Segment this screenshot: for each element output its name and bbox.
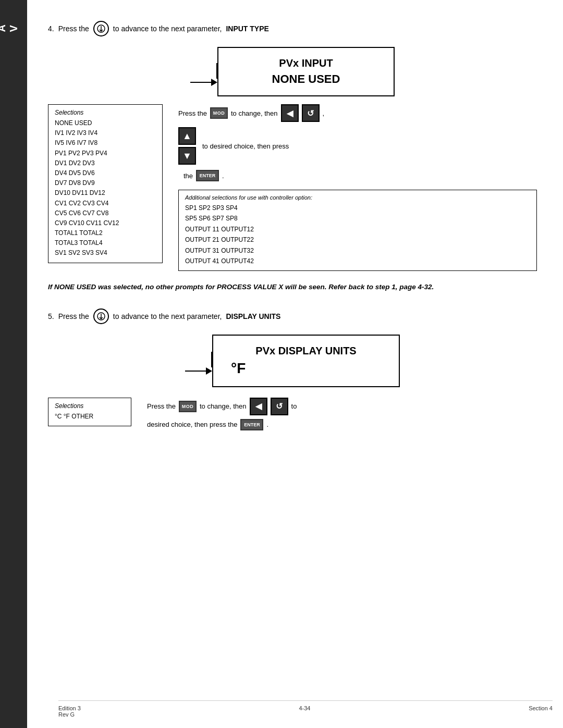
period-1: . — [222, 172, 224, 180]
step5-line: 5. Press the to advance to the next para… — [48, 309, 537, 324]
back-button[interactable]: ◀ — [281, 104, 299, 122]
up-button[interactable]: ▲ — [178, 127, 196, 145]
step5-to-change: to change, then — [200, 400, 247, 413]
footer-center: 4-34 — [299, 705, 310, 718]
sel-item-11: TOTAL1 TOTAL2 — [55, 228, 156, 238]
to-change-text: to change, then — [231, 109, 278, 117]
sel-item-5: DV4 DV5 DV6 — [55, 168, 156, 178]
to-desired-text: to desired choice, then press — [202, 142, 289, 150]
refresh-button-2[interactable]: ↺ — [271, 398, 288, 415]
sel-item-7: DV10 DV11 DV12 — [55, 188, 156, 198]
add-item-0: SP1 SP2 SP3 SP4 — [185, 203, 530, 213]
step4-line: 4. Press the to advance to the next para… — [48, 21, 537, 36]
selections-title: Selections — [55, 109, 156, 116]
display5-title: PVx DISPLAY UNITS — [226, 345, 386, 357]
additional-title: Additional selections for use with contr… — [185, 194, 530, 201]
the-text: the — [183, 172, 193, 180]
sel-item-8: CV1 CV2 CV3 CV4 — [55, 199, 156, 208]
add-item-3: OUTPUT 21 OUTPUT22 — [185, 235, 530, 245]
warning-text: If NONE USED was selected, no other prom… — [48, 281, 537, 293]
step4-number: 4. — [48, 24, 54, 33]
add-item-4: OUTPUT 31 OUTPUT32 — [185, 245, 530, 256]
display5-value: °F — [231, 360, 386, 377]
selections5-title: Selections — [55, 402, 125, 410]
step5-press-mod: Press the — [147, 400, 176, 413]
sel-item-9: CV5 CV6 CV7 CV8 — [55, 208, 156, 218]
add-item-5: OUTPUT 41 OUTPUT42 — [185, 256, 530, 266]
display-title: PVx INPUT — [231, 57, 381, 69]
step4-text: Press the — [58, 24, 89, 33]
updown-buttons: ▲ ▼ — [178, 127, 196, 165]
sel-item-4: DV1 DV2 DV3 — [55, 158, 156, 168]
footer-right: Section 4 — [529, 705, 553, 718]
pvx-display-units-display: PVx DISPLAY UNITS °F — [212, 335, 400, 387]
additional-selections-box: Additional selections for use with contr… — [178, 190, 537, 271]
sel-item-2: IV5 IV6 IV7 IV8 — [55, 138, 156, 148]
mod-button-2[interactable]: MOD — [179, 401, 197, 412]
comma: , — [323, 109, 325, 117]
enter-button-2[interactable]: ENTER — [240, 419, 263, 430]
sel-item-6: DV7 DV8 DV9 — [55, 178, 156, 188]
step5-param: DISPLAY UNITS — [226, 312, 280, 320]
sel-item-12: TOTAL3 TOTAL4 — [55, 238, 156, 248]
footer: Edition 3 Rev G 4-34 Section 4 — [58, 700, 553, 718]
step4-text2: to advance to the next parameter, — [113, 24, 222, 33]
step5-text: Press the — [58, 312, 89, 320]
selections5-content: °C °F OTHER — [55, 412, 125, 422]
sidebar: PROCESSVARIABLES — [0, 0, 27, 728]
step5-period: . — [266, 418, 268, 431]
selections-box: Selections NONE USED IV1 IV2 IV3 IV4 IV5… — [48, 104, 163, 263]
step4-param: INPUT TYPE — [226, 24, 268, 33]
down-button[interactable]: ▼ — [178, 147, 196, 165]
main-content: 4. Press the to advance to the next para… — [27, 0, 563, 728]
selections-content: NONE USED IV1 IV2 IV3 IV4 IV5 IV6 IV7 IV… — [55, 118, 156, 258]
footer-edition: Edition 3 — [58, 705, 81, 711]
back-button-2[interactable]: ◀ — [250, 398, 267, 415]
step5-to: to — [291, 400, 297, 413]
step5-desired: desired choice, then press the — [147, 418, 237, 431]
sel-item-0: NONE USED — [55, 118, 156, 128]
add-item-2: OUTPUT 11 OUTPUT12 — [185, 224, 530, 235]
pvx-input-display: PVx INPUT NONE USED — [217, 47, 395, 96]
sel-item-3: PV1 PV2 PV3 PV4 — [55, 149, 156, 158]
footer-rev: Rev G — [58, 711, 81, 718]
footer-left: Edition 3 Rev G — [58, 705, 81, 718]
advance-icon-2[interactable] — [93, 309, 109, 324]
sel-item-1: IV1 IV2 IV3 IV4 — [55, 128, 156, 138]
mod-button[interactable]: MOD — [210, 107, 228, 119]
step5-number: 5. — [48, 312, 54, 320]
refresh-button[interactable]: ↺ — [302, 104, 320, 122]
selections-box-5: Selections °C °F OTHER — [48, 398, 131, 426]
add-item-1: SP5 SP6 SP7 SP8 — [185, 213, 530, 224]
sel-item-13: SV1 SV2 SV3 SV4 — [55, 248, 156, 258]
display-value: NONE USED — [231, 72, 381, 86]
advance-icon[interactable] — [93, 21, 109, 36]
sel-item-10: CV9 CV10 CV11 CV12 — [55, 218, 156, 228]
press-mod-text: Press the — [178, 109, 207, 117]
enter-button[interactable]: ENTER — [196, 170, 219, 181]
step5-text2: to advance to the next parameter, — [113, 312, 222, 320]
